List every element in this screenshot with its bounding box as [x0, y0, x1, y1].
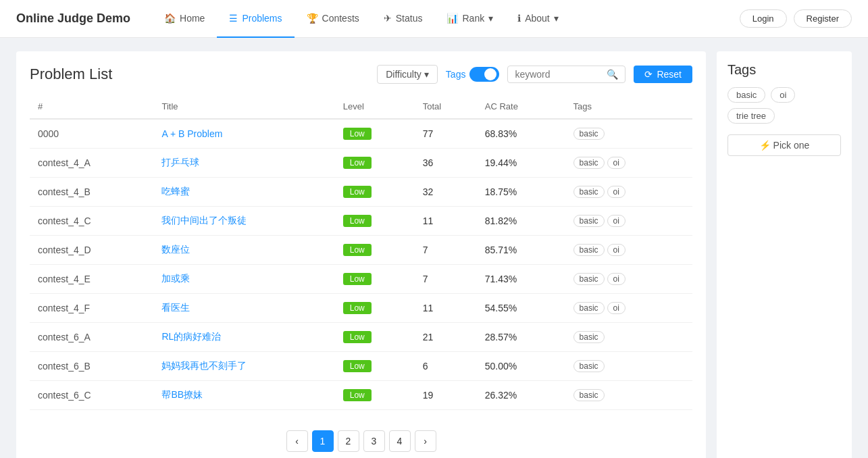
row-tags: basic [565, 323, 692, 352]
row-tag: basic [573, 215, 605, 227]
rank-icon: 📊 [446, 13, 458, 24]
row-level: Low [335, 294, 415, 323]
row-tag: basic [573, 128, 605, 140]
row-ac-rate: 26.32% [477, 381, 565, 410]
row-id: contest_4_C [30, 207, 153, 236]
row-tag: oi [607, 244, 626, 256]
row-ac-rate: 54.55% [477, 294, 565, 323]
nav-problems[interactable]: ☰ Problems [217, 0, 294, 38]
register-button[interactable]: Register [794, 9, 852, 28]
row-level: Low [335, 119, 415, 149]
tag-basic[interactable]: basic [727, 87, 765, 103]
search-input[interactable] [515, 69, 603, 80]
row-tags: basic [565, 381, 692, 410]
row-total: 32 [415, 178, 477, 207]
row-title[interactable]: A + B Problem [153, 119, 334, 149]
row-tag: basic [573, 157, 605, 169]
nav-rank[interactable]: 📊 Rank ▾ [434, 0, 505, 38]
row-ac-rate: 19.44% [477, 149, 565, 178]
table-row: contest_4_B 吃蜂蜜 Low 32 18.75% basicoi [30, 178, 692, 207]
row-total: 36 [415, 149, 477, 178]
table-row: contest_4_A 打乒乓球 Low 36 19.44% basicoi [30, 149, 692, 178]
nav-status[interactable]: ✈ Status [372, 0, 435, 38]
row-id: contest_4_B [30, 178, 153, 207]
nav-home[interactable]: 🏠 Home [152, 0, 217, 38]
row-level: Low [335, 207, 415, 236]
row-title[interactable]: 打乒乓球 [153, 149, 334, 178]
page-3-button[interactable]: 3 [363, 430, 385, 452]
tag-oi[interactable]: oi [771, 87, 795, 103]
row-tag: oi [607, 302, 626, 314]
table-row: contest_6_C 帮BB撩妹 Low 19 26.32% basic [30, 381, 692, 410]
col-title: Title [153, 95, 334, 119]
reset-button[interactable]: ⟳ Reset [634, 66, 692, 83]
difficulty-button[interactable]: Difficulty ▾ [377, 65, 438, 84]
row-tag: basic [573, 302, 605, 314]
nav-links: 🏠 Home ☰ Problems 🏆 Contests ✈ Status 📊 … [152, 0, 740, 38]
rank-dropdown-icon: ▾ [488, 13, 493, 24]
navbar: Online Judge Demo 🏠 Home ☰ Problems 🏆 Co… [0, 0, 868, 38]
row-tag: basic [573, 389, 605, 401]
row-id: contest_4_A [30, 149, 153, 178]
table-row: contest_4_D 数座位 Low 7 85.71% basicoi [30, 236, 692, 265]
pagination: ‹ 1 2 3 4 › [30, 424, 692, 452]
row-total: 77 [415, 119, 477, 149]
row-tags: basicoi [565, 207, 692, 236]
status-icon: ✈ [384, 13, 392, 24]
tag-cloud: basic oi trie tree [727, 87, 841, 124]
contests-icon: 🏆 [307, 13, 318, 24]
row-tag: basic [573, 273, 605, 285]
tags-sidebar: Tags basic oi trie tree ⚡ Pick one [717, 51, 852, 458]
row-tag: basic [573, 331, 605, 343]
row-id: contest_6_A [30, 323, 153, 352]
row-title[interactable]: 妈妈我再也不刻手了 [153, 352, 334, 381]
col-total: Total [415, 95, 477, 119]
page-4-button[interactable]: 4 [389, 430, 411, 452]
row-title[interactable]: 我们中间出了个叛徒 [153, 207, 334, 236]
row-total: 7 [415, 265, 477, 294]
row-tag: basic [573, 186, 605, 198]
row-title[interactable]: 看医生 [153, 294, 334, 323]
table-row: contest_4_E 加或乘 Low 7 71.43% basicoi [30, 265, 692, 294]
row-title[interactable]: 吃蜂蜜 [153, 178, 334, 207]
problems-icon: ☰ [229, 13, 238, 24]
row-title[interactable]: RL的病好难治 [153, 323, 334, 352]
next-page-button[interactable]: › [415, 430, 436, 452]
row-tags: basicoi [565, 294, 692, 323]
pick-one-button[interactable]: ⚡ Pick one [727, 134, 841, 156]
login-button[interactable]: Login [740, 9, 787, 28]
row-title[interactable]: 加或乘 [153, 265, 334, 294]
nav-auth: Login Register [740, 9, 852, 28]
row-tags: basicoi [565, 265, 692, 294]
row-level: Low [335, 236, 415, 265]
row-total: 19 [415, 381, 477, 410]
row-ac-rate: 68.83% [477, 119, 565, 149]
page-1-button[interactable]: 1 [312, 430, 334, 452]
row-tag: basic [573, 360, 605, 372]
row-title[interactable]: 帮BB撩妹 [153, 381, 334, 410]
table-row: contest_6_A RL的病好难治 Low 21 28.57% basic [30, 323, 692, 352]
search-icon: 🔍 [607, 69, 618, 80]
row-total: 11 [415, 207, 477, 236]
search-box: 🔍 [507, 66, 626, 83]
row-title[interactable]: 数座位 [153, 236, 334, 265]
tag-trie-tree[interactable]: trie tree [727, 108, 775, 124]
row-level: Low [335, 178, 415, 207]
col-tags: Tags [565, 95, 692, 119]
row-total: 6 [415, 352, 477, 381]
row-level: Low [335, 265, 415, 294]
list-title: Problem List [30, 66, 112, 83]
row-tags: basic [565, 352, 692, 381]
problems-table: # Title Level Total AC Rate Tags 0000 A … [30, 95, 692, 410]
brand: Online Judge Demo [16, 11, 130, 26]
row-level: Low [335, 352, 415, 381]
nav-about[interactable]: ℹ About ▾ [505, 0, 571, 38]
nav-contests[interactable]: 🏆 Contests [295, 0, 372, 38]
row-total: 7 [415, 236, 477, 265]
row-tags: basicoi [565, 178, 692, 207]
header-controls: Difficulty ▾ Tags 🔍 ⟳ Reset [377, 65, 692, 84]
page-2-button[interactable]: 2 [338, 430, 359, 452]
row-ac-rate: 18.75% [477, 178, 565, 207]
prev-page-button[interactable]: ‹ [286, 430, 308, 452]
tags-switch[interactable] [469, 67, 499, 82]
